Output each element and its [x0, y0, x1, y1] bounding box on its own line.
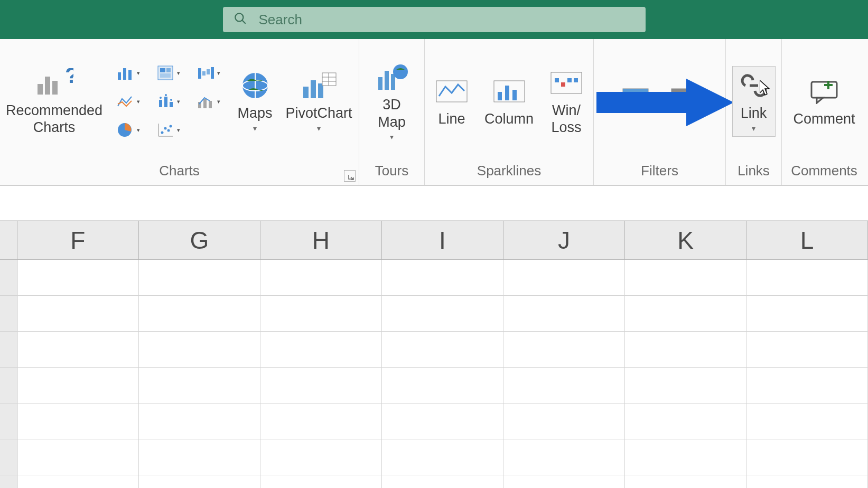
link-button[interactable]: Link ▾	[732, 66, 776, 136]
column-header[interactable]: J	[503, 221, 625, 259]
group-links: Link ▾ Links	[726, 39, 782, 185]
cell[interactable]	[746, 475, 868, 488]
select-all-corner[interactable]	[0, 221, 17, 259]
cell[interactable]	[382, 475, 503, 488]
cell[interactable]	[746, 439, 868, 475]
row-header[interactable]	[0, 475, 17, 488]
cell[interactable]	[17, 260, 139, 295]
cell[interactable]	[260, 475, 382, 488]
comment-button[interactable]: Comment	[787, 72, 861, 131]
cell[interactable]	[503, 475, 625, 488]
table-row	[0, 439, 868, 475]
cell[interactable]	[139, 296, 260, 331]
waterfall-chart-button[interactable]: ▾	[190, 60, 227, 86]
group-comments: Comment Comments	[782, 39, 866, 185]
cell[interactable]	[139, 332, 260, 367]
cell[interactable]	[17, 403, 139, 439]
maps-button[interactable]: Maps ▾	[232, 66, 278, 136]
column-chart-button[interactable]: ▾	[110, 60, 147, 86]
cell[interactable]	[625, 475, 746, 488]
row-header[interactable]	[0, 368, 17, 403]
cell[interactable]	[139, 403, 260, 439]
cell[interactable]	[382, 403, 503, 439]
row-header[interactable]	[0, 296, 17, 331]
cell[interactable]	[139, 439, 260, 475]
cell[interactable]	[382, 296, 503, 331]
cell[interactable]	[382, 439, 503, 475]
formula-bar-area	[0, 186, 868, 221]
cell[interactable]	[746, 403, 868, 439]
cell[interactable]	[139, 368, 260, 403]
column-header[interactable]: H	[260, 221, 382, 259]
cell[interactable]	[625, 296, 746, 331]
sparkline-column-button[interactable]: Column	[479, 72, 539, 131]
hierarchy-chart-button[interactable]: ▾	[150, 60, 187, 86]
cell[interactable]	[260, 296, 382, 331]
cell[interactable]	[382, 368, 503, 403]
combo-chart-button[interactable]: ▾	[190, 89, 227, 114]
row-header[interactable]	[0, 439, 17, 475]
cell[interactable]	[260, 260, 382, 295]
slicer-button[interactable]	[614, 80, 657, 123]
column-header[interactable]: G	[139, 221, 260, 259]
line-chart-button[interactable]: ▾	[110, 89, 147, 114]
svg-rect-58	[623, 89, 648, 95]
row-header[interactable]	[0, 403, 17, 439]
cell[interactable]	[746, 368, 868, 403]
svg-rect-7	[123, 68, 126, 80]
column-header[interactable]: F	[17, 221, 139, 259]
cell[interactable]	[260, 439, 382, 475]
cell[interactable]	[503, 332, 625, 367]
cell[interactable]	[382, 260, 503, 295]
cell[interactable]	[139, 260, 260, 295]
cell[interactable]	[17, 368, 139, 403]
cell[interactable]	[503, 260, 625, 295]
column-header[interactable]: L	[746, 221, 868, 259]
pie-chart-button[interactable]: ▾	[110, 117, 147, 143]
row-header[interactable]	[0, 260, 17, 295]
sparkline-winloss-button[interactable]: Win/ Loss	[545, 63, 588, 140]
cell[interactable]	[139, 475, 260, 488]
column-header[interactable]: I	[382, 221, 503, 259]
cell[interactable]	[260, 332, 382, 367]
search-box[interactable]	[223, 7, 646, 32]
cell[interactable]	[17, 296, 139, 331]
row-header[interactable]	[0, 332, 17, 367]
timeline-button[interactable]	[662, 80, 706, 123]
sparkline-line-button[interactable]: Line	[430, 72, 473, 131]
search-input[interactable]	[258, 11, 635, 29]
cell[interactable]	[746, 296, 868, 331]
charts-dialog-launcher[interactable]	[344, 170, 356, 182]
3d-map-button[interactable]: 3D Map ▾	[369, 58, 415, 145]
cell[interactable]	[382, 332, 503, 367]
pivotchart-button[interactable]: PivotChart ▾	[283, 66, 355, 136]
cell[interactable]	[503, 403, 625, 439]
table-row	[0, 368, 868, 403]
group-label-filters: Filters	[600, 158, 719, 182]
cell[interactable]	[625, 403, 746, 439]
column-header[interactable]: K	[625, 221, 746, 259]
cell[interactable]	[746, 260, 868, 295]
scatter-chart-button[interactable]: ▾	[150, 117, 187, 143]
cell[interactable]	[625, 260, 746, 295]
cell[interactable]	[260, 403, 382, 439]
svg-rect-44	[385, 71, 389, 90]
sparkline-line-icon	[436, 76, 468, 107]
cell[interactable]	[260, 368, 382, 403]
svg-rect-8	[128, 70, 132, 80]
cell[interactable]	[17, 439, 139, 475]
cell[interactable]	[17, 475, 139, 488]
cell[interactable]	[503, 439, 625, 475]
cell[interactable]	[17, 332, 139, 367]
cell[interactable]	[503, 368, 625, 403]
recommended-charts-button[interactable]: ? Recommended Charts	[4, 63, 105, 140]
cell[interactable]	[625, 439, 746, 475]
chevron-down-icon: ▾	[752, 124, 755, 133]
cell[interactable]	[625, 332, 746, 367]
cell[interactable]	[625, 368, 746, 403]
cell[interactable]	[746, 332, 868, 367]
svg-point-32	[169, 125, 172, 128]
cell[interactable]	[503, 296, 625, 331]
statistic-chart-button[interactable]: ▾	[150, 89, 187, 114]
comment-label: Comment	[793, 110, 855, 127]
